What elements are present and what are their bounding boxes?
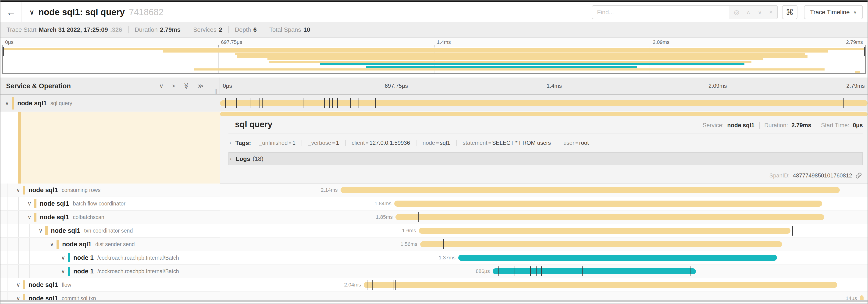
collapse-all-icon[interactable]: ≫ [183, 83, 190, 89]
logs-count: (18) [252, 155, 263, 163]
tags-accordion-header[interactable]: ›Tags:_unfinished=1_verbose=1client=127.… [228, 136, 863, 149]
find-next-icon[interactable]: ∨ [758, 9, 762, 16]
span-bar-cell[interactable]: 1.6ms [220, 224, 868, 238]
locate-icon[interactable]: ◎ [734, 9, 739, 16]
span-bar-cell[interactable]: 1.85ms [220, 211, 868, 224]
tag-equals: = [435, 140, 440, 146]
minimap-right-scrubber[interactable] [864, 47, 865, 56]
span-tree-chevron-icon[interactable]: ∨ [36, 228, 45, 234]
span-name-cell[interactable]: ∨node sql1txn coordinator send [0, 224, 220, 238]
expand-all-icon[interactable]: ≫ [197, 82, 204, 90]
log-marker-tick [536, 266, 536, 276]
view-selector-button[interactable]: Trace Timeline ∨ [804, 5, 863, 19]
span-bar-cell[interactable]: 886μs [220, 265, 868, 278]
back-button[interactable]: ← [0, 2, 22, 22]
span-detail-left [0, 112, 220, 183]
span-name-cell[interactable]: ∨node sql1sql query [0, 95, 220, 112]
detail-tint-area [21, 112, 220, 183]
span-row[interactable]: ∨node sql1txn coordinator send1.6ms [0, 224, 868, 238]
metadata-item: Trace StartMarch 31 2022, 17:25:09.326 [6, 26, 122, 33]
span-row[interactable]: ∨node sql1batch flow coordinator1.84ms [0, 197, 868, 211]
span-row[interactable]: ∨node sql1sql query [0, 95, 868, 112]
span-tree-chevron-icon[interactable]: ∨ [2, 100, 12, 106]
service-name: node sql1 [40, 214, 69, 221]
find-clear-icon[interactable]: × [769, 9, 773, 16]
log-marker-tick [372, 280, 373, 290]
spanid-label: SpanID: [769, 172, 790, 179]
span-tree-chevron-icon: ∨ [58, 268, 68, 275]
span-bar[interactable] [420, 241, 782, 247]
service-color-bar [34, 213, 36, 222]
span-name-cell[interactable]: ∨node sql1batch flow coordinator [0, 197, 220, 211]
service-color-bar [57, 240, 59, 249]
span-row[interactable]: ∨node 1/cockroach.roachpb.Internal/Batch… [0, 251, 868, 265]
log-marker-tick [375, 98, 376, 108]
span-row[interactable]: ∨node sql1consuming rows2.14ms [0, 183, 868, 197]
span-bar[interactable] [341, 187, 840, 193]
span-tree-chevron-icon[interactable]: ∨ [13, 187, 23, 193]
span-bar[interactable] [220, 100, 868, 106]
minimap-left-scrubber[interactable] [3, 47, 4, 56]
log-marker-tick [250, 98, 250, 108]
link-icon[interactable] [856, 172, 862, 179]
operation-name: sql query [51, 100, 72, 106]
indent-guide [7, 238, 7, 251]
detail-info-value: node sql1 [727, 122, 754, 128]
metadata-item: Services2 [187, 26, 222, 33]
indent-guide [52, 251, 52, 264]
bottom-gap [0, 302, 868, 304]
span-name-cell[interactable]: ∨node sql1flow [0, 278, 220, 292]
tag-value: root [579, 140, 589, 146]
time-tick-label: 697.75μs [385, 83, 408, 89]
span-bar[interactable] [493, 268, 696, 274]
span-name-cell[interactable]: ∨node 1/cockroach.roachpb.Internal/Batch [0, 265, 220, 278]
log-marker-tick [394, 280, 394, 290]
tag-key: _unfinished [259, 140, 288, 146]
span-name-cell[interactable]: ∨node sql1colbatchscan [0, 211, 220, 224]
keyboard-shortcuts-button[interactable]: ⌘ [782, 5, 798, 19]
timeline-minimap: 0μs697.75μs1.4ms2.09ms2.79ms [0, 38, 868, 74]
span-bar-cell[interactable]: 2.04ms [220, 278, 868, 292]
log-marker-tick [350, 98, 351, 108]
span-bar[interactable] [396, 214, 824, 220]
collapse-trace-icon[interactable]: ∨ [29, 8, 34, 16]
span-name-cell[interactable]: ∨node sql1consuming rows [0, 183, 220, 197]
metadata-value: 10 [303, 26, 310, 33]
column-resizer-grip[interactable]: || [215, 88, 217, 94]
expand-one-icon[interactable]: > [172, 82, 175, 90]
axis-tick-mark [2, 45, 3, 47]
minimap-canvas[interactable] [2, 47, 866, 74]
span-row[interactable]: ∨node 1/cockroach.roachpb.Internal/Batch… [0, 265, 868, 278]
span-bar[interactable] [394, 201, 822, 207]
log-marker-tick [843, 98, 844, 108]
tag-item: _verbose=1 [302, 140, 345, 146]
span-bar[interactable] [419, 228, 790, 234]
span-tree-chevron-icon[interactable]: ∨ [47, 241, 57, 247]
operation-name: consuming rows [62, 187, 100, 193]
span-name-cell[interactable]: ∨node 1/cockroach.roachpb.Internal/Batch [0, 251, 220, 265]
tag-equals: = [575, 140, 579, 146]
span-bar-cell[interactable]: 2.14ms [220, 183, 868, 197]
span-bar[interactable] [458, 255, 777, 261]
find-prev-icon[interactable]: ∧ [746, 9, 751, 16]
indent-guide [41, 251, 41, 264]
logs-accordion-header[interactable]: ›Logs(18) [228, 152, 863, 165]
find-input[interactable] [592, 6, 729, 19]
minimap-span-bar [320, 63, 744, 66]
span-bar-cell[interactable]: 1.37ms [220, 251, 868, 265]
span-bar[interactable] [364, 282, 837, 288]
collapse-one-icon[interactable]: ∨ [159, 82, 163, 90]
span-row[interactable]: ∨node sql1colbatchscan1.85ms [0, 211, 868, 224]
span-bar-cell[interactable]: 1.84ms [220, 197, 868, 211]
span-tree-chevron-icon[interactable]: ∨ [25, 214, 34, 221]
span-row[interactable]: ∨node sql1dist sender send1.56ms [0, 238, 868, 251]
span-bar-cell[interactable] [220, 95, 868, 112]
span-bar-cell[interactable]: 1.56ms [220, 238, 868, 251]
tags-label: Tags: [235, 139, 251, 147]
metadata-label: Total Spans [269, 26, 301, 33]
span-name-cell[interactable]: ∨node sql1dist sender send [0, 238, 220, 251]
service-name: node sql1 [40, 200, 69, 207]
span-row[interactable]: ∨node sql1flow2.04ms [0, 278, 868, 292]
tag-value: SELECT * FROM users [492, 140, 551, 146]
tag-key: statement [463, 140, 487, 146]
